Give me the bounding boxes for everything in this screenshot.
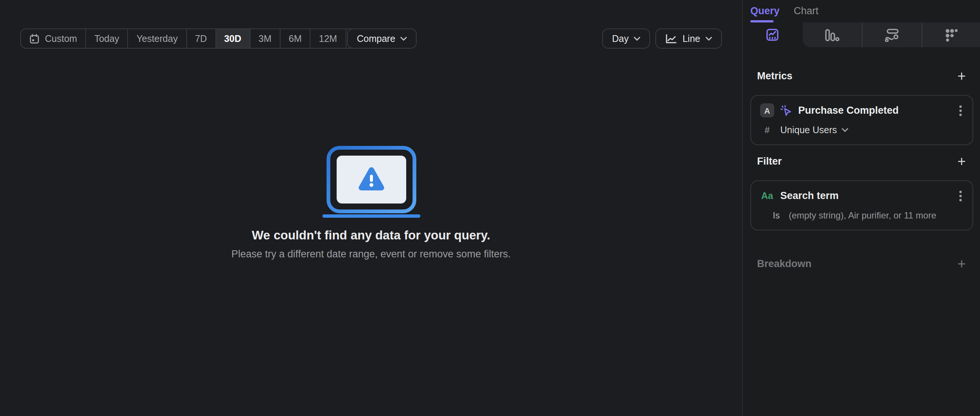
- granularity-dropdown[interactable]: Day: [602, 29, 650, 49]
- filter-section-header: Filter +: [750, 155, 973, 167]
- kebab-icon: [959, 104, 962, 116]
- chevron-down-icon: [705, 36, 712, 41]
- filter-property-name[interactable]: Search term: [780, 190, 951, 201]
- metrics-section-header: Metrics +: [750, 70, 973, 82]
- range-30d-button[interactable]: 30D: [216, 29, 250, 48]
- add-breakdown-button[interactable]: +: [958, 257, 966, 270]
- query-panel: Query Chart: [742, 0, 980, 416]
- calendar-icon: [29, 33, 40, 44]
- filter-condition-row: Is (empty string), Air purifier, or 11 m…: [760, 210, 964, 221]
- metric-row: A Purchase Completed: [760, 103, 964, 118]
- add-filter-button[interactable]: +: [958, 155, 966, 167]
- line-chart-icon: [665, 33, 678, 44]
- aggregation-dropdown[interactable]: Unique Users: [780, 125, 848, 135]
- metrics-heading: Metrics: [757, 70, 792, 81]
- metric-name[interactable]: Purchase Completed: [798, 105, 951, 116]
- chevron-down-icon: [634, 36, 641, 41]
- metric-letter-badge: A: [760, 103, 774, 118]
- chart-type-tab-bar[interactable]: [802, 22, 862, 47]
- range-12m-button[interactable]: 12M: [311, 29, 346, 48]
- range-7d-button[interactable]: 7D: [187, 29, 216, 48]
- range-label: Custom: [45, 33, 77, 44]
- query-builder-body: Metrics + A Purchase Completed: [743, 70, 980, 270]
- chart-type-dropdown[interactable]: Line: [656, 29, 722, 49]
- chart-type-tab-strip: [743, 22, 980, 47]
- compare-dropdown[interactable]: Compare: [347, 29, 417, 49]
- chart-type-tab-retention[interactable]: [921, 22, 980, 47]
- bar-chart-icon: [825, 28, 840, 41]
- tab-query[interactable]: Query: [750, 5, 780, 16]
- string-property-icon: Aa: [760, 190, 774, 201]
- chart-type-tab-flows[interactable]: [862, 22, 921, 47]
- chart-controls: Day Line: [602, 29, 722, 49]
- filter-row: Aa Search term: [760, 188, 964, 203]
- empty-state-subtitle: Please try a different date range, event…: [0, 249, 742, 260]
- filter-kebab-menu[interactable]: [958, 188, 964, 203]
- filter-operator[interactable]: Is: [773, 210, 780, 221]
- date-range-segmented-control: Custom Today Yesterday 7D 30D 3M 6M 12M …: [20, 29, 394, 49]
- chart-type-tab-insights[interactable]: [743, 22, 802, 47]
- insights-line-icon: [767, 29, 779, 41]
- aggregation-type-icon: #: [760, 125, 774, 135]
- range-6m-button[interactable]: 6M: [280, 29, 311, 48]
- kebab-icon: [959, 190, 962, 202]
- event-click-icon: [780, 104, 792, 116]
- chevron-down-icon: [841, 128, 848, 132]
- metric-kebab-menu[interactable]: [958, 103, 964, 118]
- range-3m-button[interactable]: 3M: [250, 29, 280, 48]
- active-tab-underline: [750, 20, 773, 22]
- metric-aggregation-row: # Unique Users: [760, 125, 964, 135]
- breakdown-heading: Breakdown: [757, 258, 812, 269]
- panel-tabs: Query Chart: [743, 0, 980, 21]
- chevron-down-icon: [401, 36, 407, 41]
- filter-values[interactable]: (empty string), Air purifier, or 11 more: [789, 210, 936, 221]
- filter-card[interactable]: Aa Search term Is (empty string), Air pu…: [750, 180, 973, 230]
- insights-report-page: Custom Today Yesterday 7D 30D 3M 6M 12M …: [0, 0, 980, 416]
- breakdown-section-header: Breakdown +: [750, 257, 973, 270]
- laptop-warning-illustration: [321, 145, 422, 218]
- range-today-button[interactable]: Today: [86, 29, 128, 48]
- tab-chart[interactable]: Chart: [794, 5, 818, 16]
- metric-card[interactable]: A Purchase Completed # Uniqu: [750, 95, 973, 145]
- range-yesterday-button[interactable]: Yesterday: [128, 29, 187, 48]
- retention-icon: [945, 28, 958, 41]
- filter-heading: Filter: [757, 156, 782, 167]
- range-custom-button[interactable]: Custom: [21, 29, 86, 48]
- empty-state: We couldn't find any data for your query…: [0, 145, 742, 260]
- empty-state-title: We couldn't find any data for your query…: [0, 228, 742, 242]
- flows-icon: [885, 28, 900, 41]
- add-metric-button[interactable]: +: [958, 70, 966, 82]
